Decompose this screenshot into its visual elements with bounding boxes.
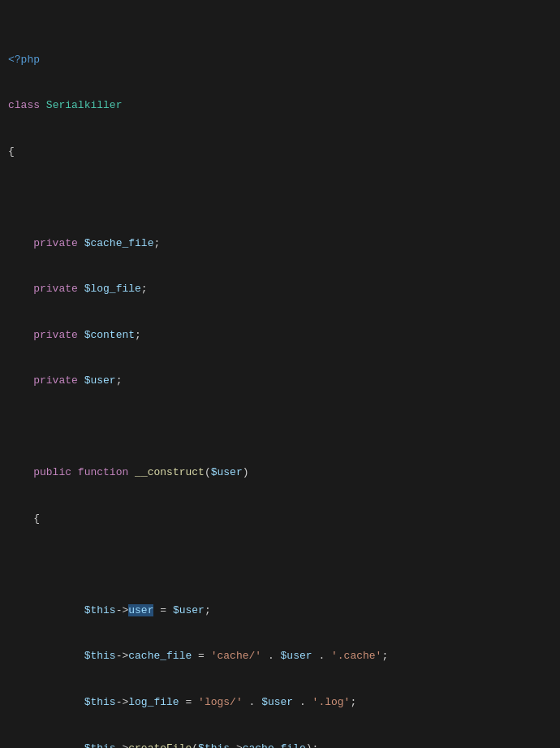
line-7: private $content;	[0, 328, 560, 344]
line-15: $this->log_file = 'logs/' . $user . '.lo…	[0, 695, 560, 711]
line-12	[0, 557, 560, 573]
line-6: private $log_file;	[0, 282, 560, 297]
line-14: $this->cache_file = 'cache/' . $user . '…	[0, 649, 560, 664]
code-container: <?php class Serialkiller { private $cach…	[0, 0, 560, 748]
line-2: class Serialkiller	[0, 98, 560, 114]
line-8: private $user;	[0, 374, 560, 389]
line-4	[0, 190, 560, 205]
line-1: <?php	[0, 53, 560, 68]
line-10: public function __construct($user)	[0, 465, 560, 481]
line-3: {	[0, 145, 560, 160]
line-9	[0, 420, 560, 435]
line-16: $this->createFile($this->cache_file);	[0, 742, 560, 749]
line-5: private $cache_file;	[0, 236, 560, 252]
line-11: {	[0, 512, 560, 527]
line-13: $this->user = $user;	[0, 603, 560, 619]
